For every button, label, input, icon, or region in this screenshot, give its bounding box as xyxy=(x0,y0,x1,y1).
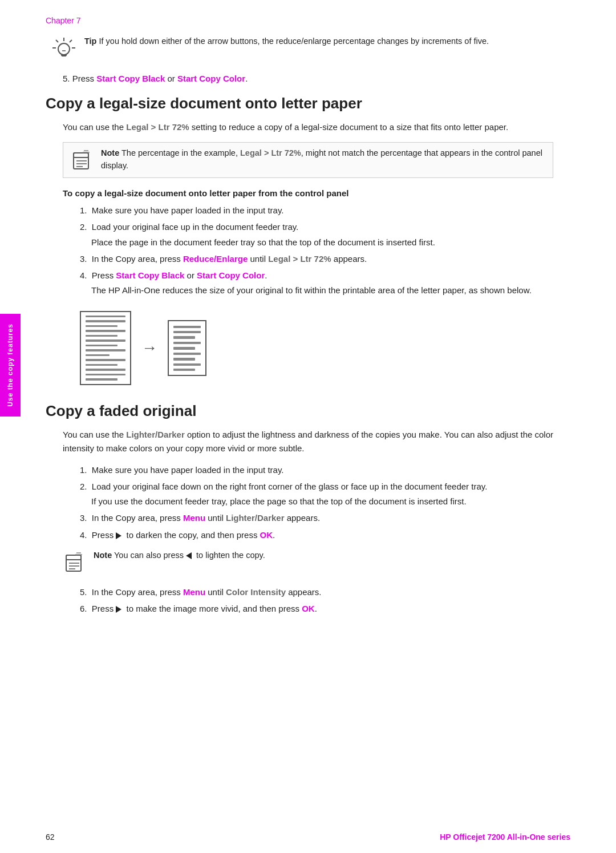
arrow-right: → xyxy=(141,339,157,357)
s2-step-5: 5. In the Copy area, press Menu until Co… xyxy=(80,585,570,599)
step3-link1: Reduce/Enlarge xyxy=(183,254,248,264)
section1-setting: Legal > Ltr 72% xyxy=(126,122,189,132)
sline1 xyxy=(173,326,201,328)
line14 xyxy=(86,378,117,381)
note-box-2: Note You can also press to lighten the c… xyxy=(63,549,553,575)
doc-page-large xyxy=(80,311,131,385)
section2-steps: 1. Make sure you have paper loaded in th… xyxy=(80,463,570,541)
sline4 xyxy=(173,342,201,344)
line2 xyxy=(86,320,125,322)
step5-period: . xyxy=(245,74,248,83)
svg-line-1 xyxy=(56,40,58,42)
s2-step5-link1: Menu xyxy=(183,587,205,597)
s2-step-6: 6. Press to make the image more vivid, a… xyxy=(80,602,570,615)
footer-page: 62 xyxy=(46,832,55,842)
svg-line-2 xyxy=(70,40,72,42)
step4-link2: Start Copy Color xyxy=(197,270,265,280)
svg-rect-7 xyxy=(62,55,66,56)
s2-step-2-cont: If you use the document feeder tray, pla… xyxy=(91,495,570,508)
svg-rect-17 xyxy=(66,555,81,560)
section2-intro: You can use the Lighter/Darker option to… xyxy=(63,428,570,455)
s2-step4-ok: OK xyxy=(260,530,273,540)
line5 xyxy=(86,335,117,337)
tip-content: If you hold down either of the arrow but… xyxy=(99,37,489,46)
svg-point-5 xyxy=(58,43,70,55)
step5-link2: Start Copy Color xyxy=(177,74,245,83)
sline2 xyxy=(173,331,201,333)
step-2-continuation: Place the page in the document feeder tr… xyxy=(91,236,570,249)
svg-rect-10 xyxy=(74,153,88,157)
step5-or: or xyxy=(165,74,177,83)
triangle-left-icon xyxy=(186,552,192,559)
line7 xyxy=(86,345,117,347)
step3-link2: Legal > Ltr 72% xyxy=(268,254,331,264)
sline8 xyxy=(173,363,201,366)
step5-link1: Start Copy Black xyxy=(96,74,165,83)
line6 xyxy=(86,339,125,342)
step5-press: Press xyxy=(72,74,97,83)
step-4: 4. Press Start Copy Black or Start Copy … xyxy=(80,269,570,297)
tip-label: Tip xyxy=(84,37,96,46)
note-icon-1 xyxy=(70,148,95,173)
section1-steps: 1. Make sure you have paper loaded in th… xyxy=(80,204,570,297)
footer-product: HP Officejet 7200 All-in-One series xyxy=(440,832,570,842)
note2-before: You can also press xyxy=(114,551,186,560)
note1-highlight: Legal > Ltr 72% xyxy=(240,148,301,157)
step-4-continuation: The HP All-in-One reduces the size of yo… xyxy=(91,284,570,297)
step-1: 1. Make sure you have paper loaded in th… xyxy=(80,204,570,217)
doc-page-small xyxy=(168,320,206,376)
note-box-1: Note The percentage in the example, Lega… xyxy=(63,142,553,178)
section1-intro: You can use the Legal > Ltr 72% setting … xyxy=(63,120,570,134)
note2-label: Note xyxy=(94,551,112,560)
line12 xyxy=(86,369,125,371)
line4 xyxy=(86,330,125,332)
step5-number: 5. xyxy=(63,74,72,83)
sline6 xyxy=(173,353,201,355)
section1-heading: Copy a legal-size document onto letter p… xyxy=(46,95,570,112)
sline9 xyxy=(173,369,195,371)
tip-box: Tip If you hold down either of the arrow… xyxy=(51,35,570,63)
note2-after: to lighten the copy. xyxy=(194,551,265,560)
tip-icon xyxy=(51,37,79,63)
footer: 62 HP Officejet 7200 All-in-One series xyxy=(46,832,570,842)
line3 xyxy=(86,325,117,328)
s2-step-4: 4. Press to darken the copy, and then pr… xyxy=(80,528,570,541)
sline5 xyxy=(173,347,195,349)
triangle-right-icon-2 xyxy=(116,606,121,613)
line11 xyxy=(86,364,117,366)
step-2: 2. Load your original face up in the doc… xyxy=(80,220,570,249)
sline3 xyxy=(173,336,195,338)
sline7 xyxy=(173,358,195,360)
sidebar-tab: Use the copy features xyxy=(0,314,21,417)
line1 xyxy=(86,316,125,318)
step4-link1: Start Copy Black xyxy=(116,270,184,280)
triangle-right-icon xyxy=(116,532,121,539)
s2-step6-ok: OK xyxy=(302,604,315,613)
s2-step-2: 2. Load your original face down on the r… xyxy=(80,480,570,508)
s2-step3-link1: Menu xyxy=(183,513,205,523)
step5-line: 5. Press Start Copy Black or Start Copy … xyxy=(63,74,570,83)
note1-content: The percentage in the example, xyxy=(121,148,240,157)
section1-subheading: To copy a legal-size document onto lette… xyxy=(63,188,553,198)
section2-steps2: 5. In the Copy area, press Menu until Co… xyxy=(80,585,570,616)
chapter-label: Chapter 7 xyxy=(46,16,570,25)
line9 xyxy=(86,354,110,357)
s2-step5-link2: Color Intensity xyxy=(226,587,286,597)
line10 xyxy=(86,359,125,361)
section2-link: Lighter/Darker xyxy=(126,430,185,439)
line13 xyxy=(86,374,125,376)
s2-step-3: 3. In the Copy area, press Menu until Li… xyxy=(80,511,570,524)
sidebar-label: Use the copy features xyxy=(6,324,14,407)
note1-label: Note xyxy=(101,148,119,157)
note-text-2: Note You can also press to lighten the c… xyxy=(94,549,265,562)
s2-step-1: 1. Make sure you have paper loaded in th… xyxy=(80,463,570,476)
tip-text: Tip If you hold down either of the arrow… xyxy=(84,35,489,48)
section2-heading: Copy a faded original xyxy=(46,402,570,420)
s2-step3-link2: Lighter/Darker xyxy=(226,513,285,523)
note-icon-2 xyxy=(63,551,88,575)
note-text-1: Note The percentage in the example, Lega… xyxy=(101,147,546,172)
line8 xyxy=(86,349,125,351)
diagram: → xyxy=(80,311,536,385)
step-3: 3. In the Copy area, press Reduce/Enlarg… xyxy=(80,252,570,265)
